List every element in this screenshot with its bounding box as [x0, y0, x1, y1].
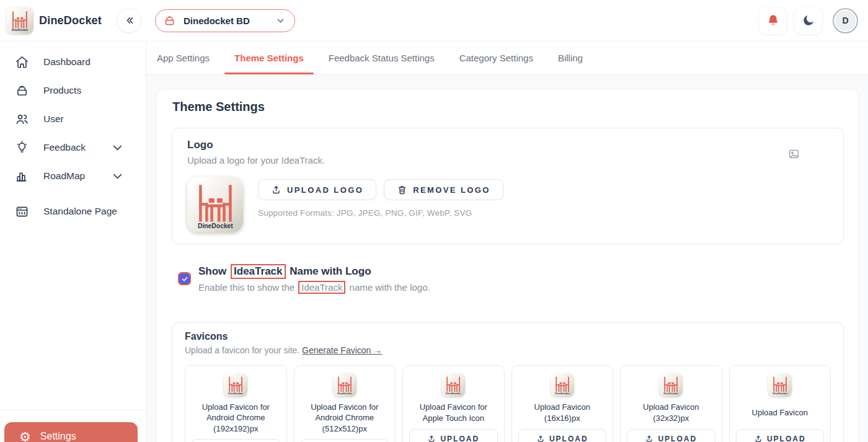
- favicons-subtitle: Upload a favicon for your site. Generate…: [185, 345, 831, 355]
- show-name-checkbox[interactable]: [179, 273, 190, 284]
- tab-billing[interactable]: Billing: [547, 42, 593, 74]
- sidebar-item-label: RoadMap: [43, 170, 96, 182]
- current-logo-preview: [187, 177, 243, 232]
- trash-icon: [397, 185, 407, 195]
- theme-toggle-button[interactable]: [794, 6, 823, 35]
- desc-prefix: Enable this to show the: [198, 282, 297, 293]
- upload-favicon-button[interactable]: UPLOAD: [192, 439, 280, 442]
- brand: DineDocket: [0, 7, 102, 34]
- favicons-title: Favicons: [185, 331, 831, 342]
- main-content: Theme Settings Logo Upload a logo for yo…: [146, 74, 868, 442]
- desc-suffix: name with the logo.: [347, 282, 430, 293]
- favicon-card-label: Upload Favicon (32x32)px: [627, 402, 715, 424]
- settings-button[interactable]: ⚙ Settings: [4, 422, 138, 442]
- page-title: Theme Settings: [172, 100, 844, 114]
- favicon-card-label: Upload Favicon for Android Chrome (512x5…: [301, 402, 389, 435]
- favicon-card-apple-touch: Upload Favicon for Apple Touch Icon UPLO…: [402, 365, 505, 442]
- favicon-card-label: Upload Favicon (16x16)px: [518, 402, 607, 424]
- chevron-down-icon: [275, 15, 286, 26]
- upload-favicon-button[interactable]: UPLOAD: [627, 429, 715, 442]
- bell-icon: [766, 14, 780, 27]
- upload-icon: [754, 435, 763, 442]
- sidebar-item-label: Feedback: [43, 142, 96, 153]
- tab-label: Feedback Status Settings: [329, 53, 435, 63]
- double-chevron-left-icon: [123, 14, 135, 27]
- tab-feedback-status-settings[interactable]: Feedback Status Settings: [318, 42, 445, 74]
- highlighted-term: IdeaTrack: [231, 264, 285, 279]
- supported-formats: Supported Formats: JPG, JPEG, PNG, GIF, …: [258, 208, 503, 218]
- sidebar: Dashboard Products User Feedback: [0, 42, 146, 442]
- sidebar-collapse-button[interactable]: [117, 8, 141, 33]
- favicon-preview: [441, 373, 465, 397]
- upload-label: UPLOAD: [549, 435, 588, 442]
- chevron-down-icon: [110, 169, 125, 183]
- remove-logo-label: REMOVE LOGO: [413, 185, 490, 195]
- tab-label: Category Settings: [459, 53, 533, 63]
- notifications-button[interactable]: [758, 6, 787, 35]
- upload-icon: [271, 185, 281, 195]
- upload-icon: [536, 435, 545, 442]
- workspace-name: Dinedocket BD: [184, 15, 268, 26]
- logo-row: UPLOAD LOGO REMOVE LOGO Supported Format…: [187, 177, 828, 232]
- image-icon: [788, 148, 800, 160]
- favicon-card-16: Upload Favicon (16x16)px UPLOAD: [512, 365, 614, 442]
- basket-icon: [163, 14, 176, 27]
- upload-label: UPLOAD: [658, 435, 697, 442]
- upload-favicon-button[interactable]: UPLOAD: [301, 439, 389, 442]
- app-name: DineDocket: [39, 14, 102, 27]
- show-name-description: Enable this to show the IdeaTrack name w…: [198, 281, 430, 294]
- bar-chart-icon: [15, 169, 29, 183]
- favicon-preview: [659, 373, 683, 397]
- highlighted-term: IdeaTrack: [298, 281, 345, 294]
- show-name-title: Show IdeaTrack Name with Logo: [198, 264, 430, 279]
- generate-favicon-link[interactable]: Generate Favicon →: [302, 345, 382, 355]
- remove-logo-button[interactable]: REMOVE LOGO: [384, 179, 503, 200]
- sidebar-item-label: Products: [43, 85, 125, 96]
- tab-category-settings[interactable]: Category Settings: [449, 42, 544, 74]
- tab-theme-settings[interactable]: Theme Settings: [224, 42, 314, 74]
- title-suffix: Name with Logo: [287, 265, 371, 277]
- favicon-card-label: Upload Favicon for Android Chrome (192x1…: [192, 402, 280, 435]
- sidebar-item-feedback[interactable]: Feedback: [0, 133, 146, 162]
- show-name-setting: Show IdeaTrack Name with Logo Enable thi…: [179, 264, 844, 294]
- window-icon: [15, 205, 29, 219]
- users-icon: [15, 112, 29, 126]
- favicon-card-label: Upload Favicon for Apple Touch Icon: [409, 402, 498, 424]
- sidebar-item-products[interactable]: Products: [0, 76, 146, 105]
- favicon-preview: [224, 373, 247, 397]
- upload-favicon-button[interactable]: UPLOAD: [736, 429, 825, 442]
- sidebar-item-label: Standalone Page: [43, 206, 125, 217]
- avatar-initial: D: [842, 15, 848, 25]
- show-name-texts: Show IdeaTrack Name with Logo Enable thi…: [198, 264, 430, 294]
- tab-label: Theme Settings: [234, 53, 304, 63]
- user-avatar[interactable]: D: [833, 8, 858, 33]
- sidebar-item-standalone-page[interactable]: Standalone Page: [0, 197, 146, 226]
- check-icon: [181, 275, 188, 283]
- upload-favicon-button[interactable]: UPLOAD: [409, 429, 498, 442]
- theme-settings-panel: Theme Settings Logo Upload a logo for yo…: [156, 89, 859, 442]
- sidebar-item-dashboard[interactable]: Dashboard: [0, 48, 146, 76]
- tab-app-settings[interactable]: App Settings: [146, 42, 220, 74]
- upload-logo-button[interactable]: UPLOAD LOGO: [258, 179, 376, 200]
- favicon-card-label: Upload Favicon: [752, 402, 808, 424]
- workspace-selector[interactable]: Dinedocket BD: [155, 9, 295, 32]
- upload-logo-label: UPLOAD LOGO: [287, 185, 363, 195]
- upload-icon: [427, 435, 436, 442]
- upload-favicon-button[interactable]: UPLOAD: [518, 429, 607, 442]
- favicon-card-android-192: Upload Favicon for Android Chrome (192x1…: [185, 365, 287, 442]
- sidebar-footer: ⚙ Settings: [0, 410, 146, 442]
- sidebar-item-user[interactable]: User: [0, 105, 146, 133]
- upload-label: UPLOAD: [767, 435, 806, 442]
- favicon-preview: [333, 373, 356, 397]
- upload-icon: [645, 435, 653, 442]
- favicons-subtitle-text: Upload a favicon for your site.: [185, 345, 302, 355]
- header-actions: D: [758, 6, 868, 35]
- favicon-card-default: Upload Favicon UPLOAD: [729, 365, 831, 442]
- gear-icon: ⚙: [19, 430, 31, 442]
- settings-tabbar: App Settings Theme Settings Feedback Sta…: [146, 42, 868, 74]
- basket-icon: [15, 84, 29, 98]
- chevron-down-icon: [110, 141, 125, 155]
- title-prefix: Show: [198, 265, 229, 277]
- app-logo: [6, 7, 33, 34]
- sidebar-item-roadmap[interactable]: RoadMap: [0, 162, 146, 190]
